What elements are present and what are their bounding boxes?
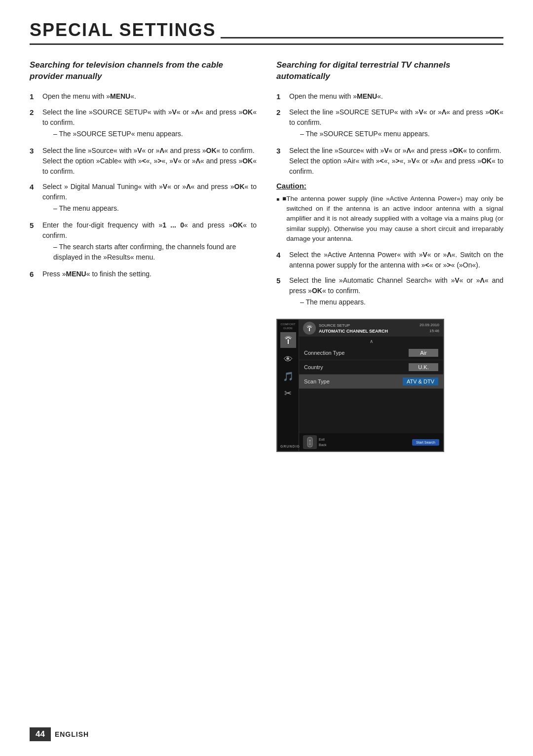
svg-rect-4 xyxy=(307,437,312,447)
step-num-2: 2 xyxy=(30,107,40,141)
caution-bullet: ■ xyxy=(282,194,286,244)
step-num-6: 6 xyxy=(30,269,40,280)
tv-time: 15:46 xyxy=(419,328,439,334)
tv-header-right: 20.09.2010 15:46 xyxy=(419,322,439,334)
right-step-num-3: 3 xyxy=(276,146,287,177)
tv-header-text: SOURCE SETUP AUTOMATIC CHANNEL SEARCH xyxy=(319,323,388,335)
right-step-text-1: Open the menu with »MENU«. xyxy=(289,91,383,102)
caution-list: ■ The antenna power supply (line »Active… xyxy=(276,194,503,244)
step-text-1: Open the menu with »MENU«. xyxy=(42,91,136,102)
left-steps: 1 Open the menu with »MENU«. 2 Select th… xyxy=(30,91,257,280)
menu-row-label-scan: Scan Type xyxy=(304,378,403,384)
language-label: ENGLISH xyxy=(55,730,89,738)
source-setup-label: SOURCE SETUP xyxy=(319,323,388,328)
svg-point-5 xyxy=(309,440,311,442)
col-left: Searching for television channels from t… xyxy=(30,60,257,452)
right-steps: 1 Open the menu with »MENU«. 2 Select th… xyxy=(276,91,503,309)
svg-rect-7 xyxy=(309,444,311,445)
menu-row-scan: Scan Type ATV & DTV xyxy=(299,375,443,389)
right-step-text-2: Select the line »SOURCE SETUP« with »V« … xyxy=(289,107,503,128)
tv-footer-remote-icon xyxy=(303,435,317,449)
caution-item-1: ■ The antenna power supply (line »Active… xyxy=(276,194,503,244)
svg-point-3 xyxy=(309,328,310,329)
tv-screen-wrapper: COMFORTGUIDE 👁 xyxy=(276,319,503,452)
right-step-sub-5: – The menu appears. xyxy=(289,297,503,307)
tv-sidebar: COMFORTGUIDE 👁 xyxy=(277,320,299,451)
sidebar-icon-antenna xyxy=(280,332,296,348)
step-1: 1 Open the menu with »MENU«. xyxy=(30,91,257,102)
right-step-5: 5 Select the line »Automatic Channel Sea… xyxy=(276,275,503,309)
step-num-1: 1 xyxy=(30,91,40,102)
tv-header-left: SOURCE SETUP AUTOMATIC CHANNEL SEARCH xyxy=(303,322,388,335)
tv-footer-left: Exit Back xyxy=(303,435,327,449)
page-number: 44 xyxy=(30,727,51,741)
right-step-text-5: Select the line »Automatic Channel Searc… xyxy=(289,275,503,296)
caution-text-1: The antenna power supply (line »Active A… xyxy=(286,194,503,244)
right-step-sub-2: – The »SOURCE SETUP« menu appears. xyxy=(289,129,503,139)
tv-menu: ∧ Connection Type Air Country U.K. xyxy=(299,337,443,433)
exit-label: Exit xyxy=(319,437,327,442)
tv-content: SOURCE SETUP AUTOMATIC CHANNEL SEARCH 20… xyxy=(299,320,443,451)
sidebar-icon-audio: 🎵 xyxy=(280,369,296,384)
right-step-num-5: 5 xyxy=(276,275,287,309)
step-6: 6 Press »MENU« to finish the setting. xyxy=(30,269,257,280)
tv-header: SOURCE SETUP AUTOMATIC CHANNEL SEARCH 20… xyxy=(299,320,443,337)
right-step-num-4: 4 xyxy=(276,250,287,270)
menu-row-value-connection: Air xyxy=(409,349,438,357)
grundig-logo: GRUNDIG xyxy=(280,445,300,448)
step-sub-4: – The menu appears. xyxy=(42,203,257,213)
page-container: SPECIAL SETTINGS Searching for televisio… xyxy=(0,0,533,756)
caution-block: Caution: ■ The antenna power supply (lin… xyxy=(276,182,503,244)
page-title: SPECIAL SETTINGS xyxy=(30,20,503,45)
menu-row-value-country: U.K. xyxy=(409,363,438,371)
menu-row-label-connection: Connection Type xyxy=(304,350,409,356)
menu-row-country: Country U.K. xyxy=(299,360,443,375)
right-step-text-3: Select the line »Source« with »V« or »Λ«… xyxy=(289,146,503,177)
step-num-5: 5 xyxy=(30,220,40,264)
svg-point-1 xyxy=(287,339,289,340)
right-step-num-1: 1 xyxy=(276,91,287,102)
back-label: Back xyxy=(319,442,327,448)
page-footer: 44 ENGLISH xyxy=(30,727,89,741)
caution-heading: Caution: xyxy=(276,182,503,190)
menu-row-value-scan: ATV & DTV xyxy=(403,378,438,385)
sidebar-icon-settings: ✂ xyxy=(280,385,296,401)
menu-row-connection: Connection Type Air xyxy=(299,346,443,360)
tv-date: 20.09.2010 xyxy=(419,322,439,328)
right-step-num-2: 2 xyxy=(276,107,287,141)
step-sub-5: – The search starts after confirming, th… xyxy=(42,242,257,262)
title-text: SPECIAL SETTINGS xyxy=(30,20,216,40)
step-text-5: Enter the four-digit frequency with »1 .… xyxy=(42,220,257,241)
svg-rect-6 xyxy=(309,443,311,444)
sidebar-icon-eye: 👁 xyxy=(280,352,296,368)
step-num-4: 4 xyxy=(30,182,40,215)
start-search-button[interactable]: Start Search xyxy=(412,439,439,446)
left-heading: Searching for television channels from t… xyxy=(30,60,257,82)
right-step-2: 2 Select the line »SOURCE SETUP« with »V… xyxy=(276,107,503,141)
tv-screen: COMFORTGUIDE 👁 xyxy=(276,319,444,452)
right-heading: Searching for digital terrestrial TV cha… xyxy=(276,60,503,82)
right-step-3: 3 Select the line »Source« with »V« or »… xyxy=(276,146,503,177)
step-text-2: Select the line »SOURCE SETUP« with »V« … xyxy=(42,107,257,128)
right-step-4: 4 Select the »Active Antenna Power« with… xyxy=(276,250,503,270)
right-step-text-4: Select the »Active Antenna Power« with »… xyxy=(289,250,503,270)
channel-search-label: AUTOMATIC CHANNEL SEARCH xyxy=(319,328,388,335)
step-5: 5 Enter the four-digit frequency with »1… xyxy=(30,220,257,264)
tv-footer: Exit Back Start Search xyxy=(299,433,443,451)
step-3: 3 Select the line »Source« with »V« or »… xyxy=(30,146,257,177)
step-text-4: Select » Digital Manual Tuning« with »V«… xyxy=(42,182,257,202)
step-4: 4 Select » Digital Manual Tuning« with »… xyxy=(30,182,257,215)
step-text-6: Press »MENU« to finish the setting. xyxy=(42,269,152,279)
tv-menu-up: ∧ xyxy=(299,337,443,346)
step-text-3: Select the line »Source« with »V« or »Λ«… xyxy=(42,146,257,177)
tv-footer-text: Exit Back xyxy=(319,437,327,448)
step-sub-2: – The »SOURCE SETUP« menu appears. xyxy=(42,129,257,139)
step-2: 2 Select the line »SOURCE SETUP« with »V… xyxy=(30,107,257,141)
menu-row-label-country: Country xyxy=(304,364,409,370)
step-num-3: 3 xyxy=(30,146,40,177)
comfort-label: COMFORTGUIDE xyxy=(280,323,295,330)
start-search-label: Start Search xyxy=(416,441,435,444)
main-columns: Searching for television channels from t… xyxy=(30,60,503,452)
tv-header-icon xyxy=(303,322,316,335)
right-step-1: 1 Open the menu with »MENU«. xyxy=(276,91,503,102)
